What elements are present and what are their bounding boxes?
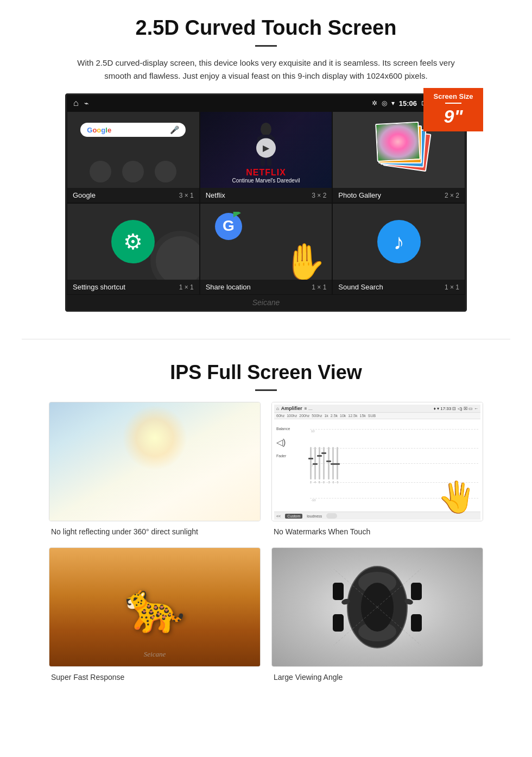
bg-circle-3	[155, 161, 176, 182]
app-cell-google[interactable]: Google 🎤 Google 3 × 1	[67, 111, 200, 203]
section-curved-screen: 2.5D Curved Touch Screen With 2.5D curve…	[0, 0, 532, 323]
svg-rect-15	[333, 583, 344, 600]
amp-home-icon: ⌂	[276, 406, 279, 411]
location-icon: ◎	[382, 99, 387, 107]
svg-rect-18	[411, 614, 422, 632]
wifi-icon: ▾	[391, 99, 395, 107]
cheetah-emoji: 🐆	[124, 579, 185, 636]
amp-fader-label: Fader	[276, 454, 293, 458]
cheetah-scene: 🐆	[49, 548, 260, 666]
sky-bg	[49, 402, 260, 521]
amp-slider-group: 3 4 5	[294, 421, 338, 509]
amp-title: Amplifier	[281, 406, 302, 411]
svg-text:G: G	[223, 217, 235, 234]
amp-slider-5: -3	[327, 447, 330, 484]
status-time: 15:06	[399, 99, 417, 108]
share-cell-label: Share location 1 × 1	[200, 280, 332, 294]
ips-cheetah-image: 🐆 Seicane	[49, 547, 261, 667]
amp-loudness-label: loudness	[307, 514, 322, 518]
google-cell-inner: Google 🎤	[67, 112, 199, 188]
netflix-cell-label: Netflix 3 × 2	[200, 188, 332, 203]
google-bg-icons	[90, 161, 176, 182]
google-logo: Google	[87, 126, 111, 134]
ips-sky-caption: No light reflecting under 360° direct su…	[49, 527, 198, 536]
share-cell-inner: G 🤚	[200, 204, 332, 280]
netflix-label-size: 3 × 2	[312, 192, 326, 199]
gallery-label-name: Photo Gallery	[338, 191, 381, 199]
settings-cell-inner: ⚙	[67, 204, 199, 280]
amp-body: Balance ◁) Fader 10 0 -10	[274, 419, 480, 512]
settings-label-name: Settings shortcut	[73, 283, 125, 291]
bluetooth-icon: ✲	[372, 99, 377, 107]
device-screen: ⌂ ⌁ ✲ ◎ ▾ 15:06 ⊡ ◁) ☒ ▭	[65, 93, 467, 312]
ips-cell-car: Large Viewing Angle	[271, 547, 483, 682]
svg-point-0	[261, 123, 271, 136]
share-label-size: 1 × 1	[312, 283, 326, 291]
car-top-view-svg	[323, 564, 432, 651]
ips-image-grid: No light reflecting under 360° direct su…	[49, 402, 483, 682]
amp-top-bar: ⌂ Amplifier ≡ … ♦ ▾ 17:33 ⊡ ◁) ☒ ▭ ←	[274, 405, 480, 413]
app-grid-row2: ⚙ Settings shortcut 1 × 1	[67, 203, 465, 295]
status-bar: ⌂ ⌁ ✲ ◎ ▾ 15:06 ⊡ ◁) ☒ ▭	[67, 95, 465, 111]
section2-title: IPS Full Screen View	[33, 361, 499, 384]
app-cell-netflix[interactable]: ▶ NETFLIX Continue Marvel's Daredevil Ne…	[200, 111, 333, 203]
photo-card-4	[375, 122, 421, 162]
amp-custom-button[interactable]: Custom	[285, 514, 302, 519]
gear-icon: ⚙	[123, 229, 143, 254]
sound-cell-label: Sound Search 1 × 1	[333, 280, 465, 294]
netflix-overlay: NETFLIX Continue Marvel's Daredevil	[200, 163, 332, 188]
flower-image	[376, 123, 419, 161]
netflix-play-button[interactable]: ▶	[256, 138, 276, 157]
app-cell-settings[interactable]: ⚙ Settings shortcut 1 × 1	[67, 203, 200, 295]
settings-bg-circle-2	[150, 231, 199, 280]
photo-stack	[372, 123, 426, 177]
music-note-icon: ♪	[394, 230, 404, 254]
device-screen-wrapper: Screen Size 9" ⌂ ⌁ ✲ ◎ ▾ 15:06 ⊡ ◁) ☒ ▭	[65, 93, 467, 312]
home-icon: ⌂	[73, 98, 79, 108]
ips-car-image	[271, 547, 483, 667]
section2-divider	[255, 389, 277, 391]
amp-loudness-toggle[interactable]	[326, 513, 337, 519]
amp-menu-icon: ≡ …	[305, 406, 313, 411]
share-label-name: Share location	[206, 283, 251, 291]
seicane-watermark-1: Seicane	[67, 295, 465, 310]
title-divider	[255, 45, 277, 47]
badge-size: 9"	[429, 106, 478, 127]
amp-sliders: 10 0 -10 3	[294, 421, 478, 509]
bg-circle-2	[122, 161, 144, 182]
section1-description: With 2.5D curved-display screen, this de…	[76, 56, 456, 83]
ips-cell-sky: No light reflecting under 360° direct su…	[49, 402, 261, 537]
amp-slider-1: 3	[310, 447, 312, 484]
netflix-cell-inner: ▶ NETFLIX Continue Marvel's Daredevil	[200, 112, 332, 188]
car-scene	[272, 548, 483, 666]
amp-freq-bar: 60hz100hz200hz500hz1k2.5k10k12.5k15kSUB	[274, 413, 480, 419]
gallery-label-size: 2 × 2	[445, 192, 459, 199]
section-ips: IPS Full Screen View No light reflecting…	[0, 356, 532, 693]
settings-label-size: 1 × 1	[179, 283, 194, 291]
netflix-logo: NETFLIX	[206, 168, 327, 178]
app-grid: Google 🎤 Google 3 × 1	[67, 111, 465, 203]
section-divider	[22, 339, 510, 339]
bg-circle-1	[90, 161, 111, 182]
sound-label-name: Sound Search	[338, 283, 383, 291]
amp-signal-icons: ♦ ▾ 17:33 ⊡ ◁) ☒ ▭ ←	[434, 406, 478, 411]
gallery-cell-label: Photo Gallery 2 × 2	[333, 188, 465, 203]
svg-rect-17	[333, 614, 344, 632]
screen-size-badge: Screen Size 9"	[423, 88, 483, 131]
ips-car-caption: Large Viewing Angle	[271, 673, 343, 682]
amp-slider-2: 4	[314, 447, 316, 484]
amp-volume-icon: ◁)	[276, 437, 293, 447]
app-cell-sound-search[interactable]: ♪ Sound Search 1 × 1	[332, 203, 465, 295]
google-search-bar[interactable]: Google 🎤	[80, 123, 186, 137]
section1-title: 2.5D Curved Touch Screen	[33, 16, 499, 40]
google-cell-label: Google 3 × 1	[67, 188, 199, 203]
ips-cell-cheetah: 🐆 Seicane Super Fast Response	[49, 547, 261, 682]
amp-slider-6: 0	[332, 447, 334, 484]
netflix-label-name: Netflix	[206, 191, 225, 199]
amp-slider-7: 0	[337, 447, 338, 484]
amp-balance-label: Balance	[276, 427, 293, 431]
ips-cheetah-caption: Super Fast Response	[49, 673, 124, 682]
badge-title: Screen Size	[429, 92, 478, 100]
app-cell-share-location[interactable]: G 🤚 Share location 1 × 1	[200, 203, 333, 295]
ips-sky-image	[49, 402, 261, 521]
